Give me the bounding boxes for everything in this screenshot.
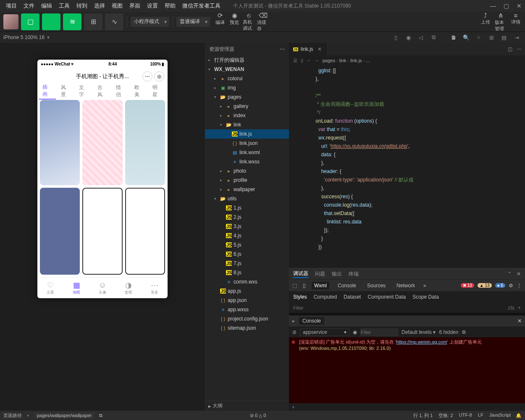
dots-icon[interactable]: ⋮ (517, 283, 522, 289)
tree-node[interactable]: ▸▣img (205, 83, 289, 92)
split-icon[interactable]: ⧉ (428, 34, 438, 41)
toolbar-action[interactable]: ⋔版本管理 (495, 12, 507, 32)
menu-item[interactable]: 视图 (109, 1, 125, 10)
search-icon[interactable]: 🔍 (461, 34, 471, 41)
menu-item[interactable]: 文件 (21, 1, 37, 10)
tree-node[interactable]: ▸▸colorui (205, 74, 289, 83)
status-item[interactable]: 空格: 2 (438, 412, 453, 419)
more-icon[interactable]: ⋯ (280, 46, 285, 52)
maximize-icon[interactable]: ▢ (504, 3, 509, 9)
chevron-down-icon[interactable]: ▾ (47, 34, 50, 40)
tree-node[interactable]: ▸▸photo (205, 166, 289, 176)
category-tab[interactable]: 情侣 (113, 83, 129, 99)
nav-back-icon[interactable]: ← (307, 58, 311, 63)
context-select[interactable]: appservice▾ (300, 328, 349, 336)
tree-node[interactable]: JS2.js (205, 213, 289, 222)
devtools-tab[interactable]: Wxml (312, 282, 329, 289)
styles-filter-input[interactable] (293, 305, 504, 310)
debugger-top-tab[interactable]: 输出 (332, 270, 342, 278)
ext-icon[interactable]: ▤ (499, 34, 509, 41)
debugger-top-tab[interactable]: 调试器 (293, 270, 308, 278)
route-path[interactable]: pages/wallpaper/wallpaper (34, 412, 94, 418)
menu-item[interactable]: 项目 (3, 1, 19, 10)
device-icon[interactable]: ▯ (303, 283, 306, 289)
console-prompt[interactable]: › (289, 403, 525, 411)
status-item[interactable]: LF (478, 412, 483, 419)
tree-node[interactable]: { }link.json (205, 139, 289, 148)
tree-node[interactable]: JS8.js (205, 268, 289, 277)
category-tab[interactable]: 古风 (94, 83, 111, 99)
close-icon[interactable]: ✕ (517, 271, 521, 277)
tree-node[interactable]: ▾📂utils (205, 194, 289, 203)
compile-action[interactable]: ◉预览 (228, 12, 240, 32)
inspect-icon[interactable]: ⬚ (292, 283, 297, 289)
device-label[interactable]: iPhone 5 100% 16 (3, 34, 45, 40)
tabbar-item[interactable]: ⋯更多 (142, 278, 168, 298)
avatar[interactable] (3, 14, 18, 29)
tree-node[interactable]: JS3.js (205, 222, 289, 231)
menu-item[interactable]: 转到 (74, 1, 90, 10)
eye-icon[interactable]: ◉ (353, 329, 357, 335)
close-tab-icon[interactable]: ✕ (318, 46, 322, 52)
tree-node[interactable]: JS4.js (205, 231, 289, 240)
tree-node[interactable]: ▾📂pages (205, 92, 289, 102)
menu-item[interactable]: 工具 (56, 1, 72, 10)
list-icon[interactable]: ☰ (293, 58, 297, 63)
capsule-close-icon[interactable]: ◎ (154, 71, 164, 81)
grid-item[interactable] (125, 188, 165, 275)
capsule-menu-icon[interactable]: ⋯ (142, 71, 152, 81)
gear-icon[interactable]: ⚙ (509, 283, 513, 289)
tree-node[interactable]: ▾📂link (205, 120, 289, 129)
breadcrumb[interactable]: ☰ ▯ ← → pages › link › link.js › ... (289, 55, 525, 66)
record-icon[interactable]: ◉ (403, 34, 413, 41)
error-link[interactable]: https://mp.weixin.qq.com (396, 339, 447, 344)
phone-icon[interactable]: ▯ (391, 34, 401, 41)
editor-tab-linkjs[interactable]: JS link.js ✕ (289, 43, 326, 55)
compile-action[interactable]: ⌫清缓存 (257, 12, 269, 32)
tree-node[interactable]: ▸▸profile (205, 176, 289, 185)
devtools-tab[interactable]: Sources (365, 282, 388, 289)
styles-subtab[interactable]: Dataset (344, 294, 361, 300)
tabbar-item[interactable]: ☺头像 (89, 278, 116, 298)
tree-node[interactable]: JS1.js (205, 203, 289, 213)
status-item[interactable]: UTF-8 (459, 412, 472, 419)
tool-button[interactable]: ∿ (105, 13, 123, 30)
minimize-icon[interactable]: — (490, 3, 496, 9)
branch-icon[interactable]: ⑂ (474, 34, 484, 41)
status-item[interactable]: 行 1, 列 1 (413, 412, 433, 419)
tree-node[interactable]: JSlink.js (205, 129, 289, 139)
tree-node[interactable]: JS6.js (205, 249, 289, 259)
category-tab[interactable]: 明星 (149, 83, 166, 99)
levels-select[interactable]: Default levels ▾ (402, 329, 436, 335)
open-editors-section[interactable]: ▸打开的编辑器 (205, 55, 289, 65)
settings-icon[interactable]: ⚙ (462, 329, 466, 335)
debugger-top-tab[interactable]: 终端 (349, 270, 359, 278)
tree-node[interactable]: JS7.js (205, 259, 289, 268)
crumb[interactable]: ... (366, 58, 370, 63)
project-root[interactable]: ▾WX_WENAN (205, 65, 289, 74)
styles-subtab[interactable]: Scope Data (412, 294, 439, 300)
category-tab[interactable]: 风景 (58, 83, 74, 99)
compile-mode-select[interactable]: 小程序模式 (131, 17, 169, 27)
styles-subtab[interactable]: Component Data (368, 294, 406, 300)
tree-node[interactable]: { }project.config.json (205, 314, 289, 323)
mode-button[interactable] (42, 13, 60, 30)
mode-button[interactable]: ▢ (21, 13, 39, 30)
tree-node[interactable]: JS5.js (205, 240, 289, 249)
compile-type-select[interactable]: 普通编译 (176, 17, 210, 27)
devtools-tab[interactable]: Network (394, 282, 417, 289)
copy-icon[interactable]: ⧉ (99, 413, 102, 418)
tree-node[interactable]: ≡app.wxss (205, 305, 289, 314)
debugger-top-tab[interactable]: 问题 (315, 270, 325, 278)
category-tab[interactable]: 文字 (76, 83, 92, 99)
more-editor-icon[interactable]: ⋯ (517, 46, 522, 52)
styles-subtab[interactable]: Styles (293, 294, 307, 300)
grid-item[interactable] (82, 188, 122, 275)
bell-icon[interactable]: 🔔 (516, 413, 522, 418)
tool-button[interactable]: ⊞ (84, 13, 102, 30)
grid-item[interactable] (82, 100, 122, 185)
clear-console-icon[interactable]: ⊘ (292, 329, 297, 335)
crumb[interactable]: link.js (350, 58, 362, 63)
console-close-icon[interactable]: ✕ (517, 318, 522, 324)
tree-node[interactable]: { }sitemap.json (205, 323, 289, 333)
